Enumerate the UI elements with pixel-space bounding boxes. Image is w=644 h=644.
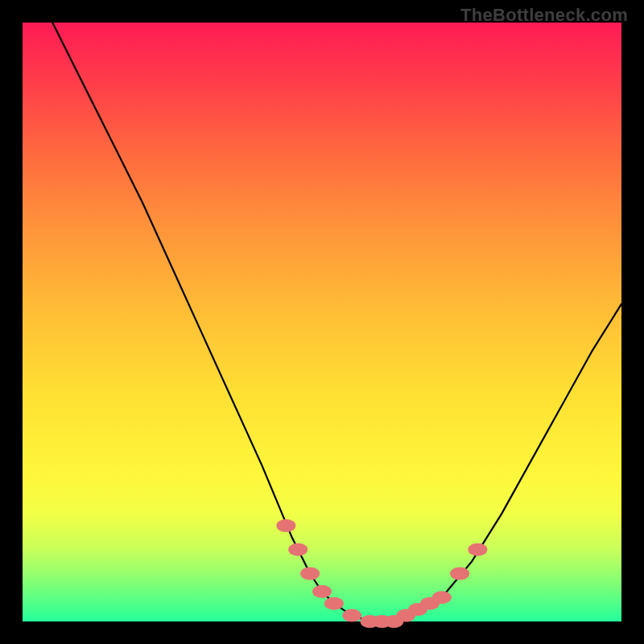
highlight-markers: [276, 519, 487, 628]
marker-point: [288, 543, 308, 556]
marker-point: [300, 568, 320, 580]
marker-point: [450, 568, 469, 580]
marker-point: [312, 585, 332, 598]
marker-point: [324, 597, 344, 610]
watermark-text: TheBottleneck.com: [460, 5, 628, 26]
marker-point: [342, 609, 361, 622]
chart-frame: [23, 23, 621, 621]
bottleneck-curve: [52, 23, 621, 621]
chart-svg: [23, 23, 621, 621]
marker-point: [468, 543, 487, 556]
marker-point: [432, 591, 452, 604]
marker-point: [276, 519, 295, 532]
